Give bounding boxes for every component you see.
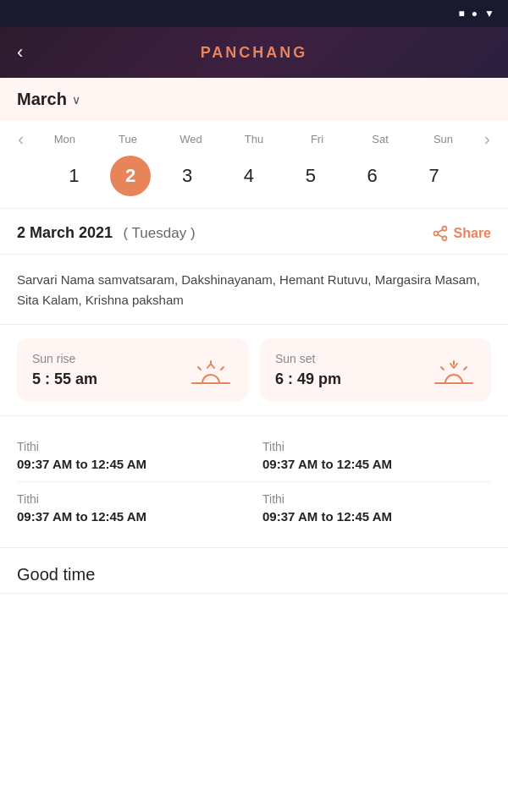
sunset-icon bbox=[432, 353, 476, 388]
date-full-label: 2 March 2021 bbox=[17, 224, 113, 241]
date-cell-7[interactable]: 7 bbox=[409, 156, 460, 196]
date-info-header: 2 March 2021 ( Tuesday ) Share bbox=[0, 209, 508, 255]
back-button[interactable]: ‹ bbox=[17, 41, 23, 63]
date-day-label: ( Tuesday ) bbox=[124, 225, 196, 241]
sunset-time: 6 : 49 pm bbox=[275, 370, 341, 388]
sunrise-label: Sun rise bbox=[32, 352, 97, 365]
svg-line-11 bbox=[441, 367, 444, 370]
description-text: Sarvari Nama samvatsaram, Dakshinayanam,… bbox=[17, 270, 491, 310]
date-cell-6[interactable]: 6 bbox=[347, 156, 398, 196]
month-chevron-down-icon: ∨ bbox=[72, 93, 80, 107]
month-selector[interactable]: March ∨ bbox=[0, 78, 508, 121]
weekday-sat: Sat bbox=[355, 133, 406, 145]
tithi-time-2-2: 09:37 AM to 12:45 AM bbox=[262, 509, 491, 524]
svg-line-3 bbox=[438, 234, 443, 237]
weekday-mon: Mon bbox=[39, 133, 90, 145]
svg-line-4 bbox=[438, 229, 443, 232]
circle-icon: ● bbox=[472, 8, 478, 19]
sunset-card: Sun set 6 : 49 pm bbox=[260, 338, 491, 402]
calendar-prev-arrow[interactable]: ‹ bbox=[14, 129, 27, 149]
date-cell-5[interactable]: 5 bbox=[285, 156, 336, 196]
tithi-time-1-1: 09:37 AM to 12:45 AM bbox=[17, 457, 246, 471]
tithi-time-2-1: 09:37 AM to 12:45 AM bbox=[17, 509, 246, 524]
calendar-week: ‹ Mon Tue Wed Thu Fri Sat Sun › 1 2 3 4 … bbox=[0, 121, 508, 209]
triangle-icon: ▼ bbox=[484, 8, 494, 19]
share-icon bbox=[432, 225, 449, 242]
sunrise-card: Sun rise 5 : 55 am bbox=[17, 338, 248, 402]
share-label: Share bbox=[454, 226, 491, 241]
sunrise-time: 5 : 55 am bbox=[32, 370, 97, 388]
good-time-section: Good time bbox=[0, 548, 508, 593]
date-cell-2[interactable]: 2 bbox=[110, 156, 151, 196]
tithi-label-1-2: Tithi bbox=[262, 440, 491, 453]
weekday-wed: Wed bbox=[165, 133, 216, 145]
tithi-row-2: Tithi 09:37 AM to 12:45 AM Tithi 09:37 A… bbox=[17, 482, 491, 534]
status-bar: ■ ● ▼ bbox=[0, 0, 508, 27]
square-icon: ■ bbox=[459, 8, 465, 19]
header: ‹ PANCHANG bbox=[0, 27, 508, 78]
weekday-thu: Thu bbox=[229, 133, 279, 145]
svg-line-7 bbox=[198, 367, 201, 370]
description-section: Sarvari Nama samvatsaram, Dakshinayanam,… bbox=[0, 255, 508, 325]
sunrise-icon bbox=[189, 353, 233, 388]
tithi-col-1-1: Tithi 09:37 AM to 12:45 AM bbox=[17, 430, 262, 481]
date-full-text: 2 March 2021 ( Tuesday ) bbox=[17, 224, 196, 242]
tithi-label-2-2: Tithi bbox=[262, 492, 491, 506]
share-button[interactable]: Share bbox=[432, 225, 491, 242]
date-cell-4[interactable]: 4 bbox=[224, 156, 274, 196]
svg-line-12 bbox=[464, 367, 467, 370]
tithi-col-2-1: Tithi 09:37 AM to 12:45 AM bbox=[17, 482, 262, 534]
date-cell-3[interactable]: 3 bbox=[162, 156, 213, 196]
month-label: March bbox=[17, 90, 67, 109]
weekday-tue: Tue bbox=[102, 133, 153, 145]
tithi-section: Tithi 09:37 AM to 12:45 AM Tithi 09:37 A… bbox=[0, 416, 508, 548]
tithi-row-1: Tithi 09:37 AM to 12:45 AM Tithi 09:37 A… bbox=[17, 430, 491, 482]
calendar-next-arrow[interactable]: › bbox=[481, 129, 494, 149]
tithi-label-2-1: Tithi bbox=[17, 492, 246, 506]
date-cell-1[interactable]: 1 bbox=[48, 156, 99, 196]
tithi-label-1-1: Tithi bbox=[17, 440, 246, 453]
weekday-sun: Sun bbox=[418, 133, 469, 145]
tithi-time-1-2: 09:37 AM to 12:45 AM bbox=[262, 457, 491, 471]
svg-line-8 bbox=[221, 367, 224, 370]
tithi-col-1-2: Tithi 09:37 AM to 12:45 AM bbox=[262, 430, 491, 481]
tithi-col-2-2: Tithi 09:37 AM to 12:45 AM bbox=[262, 482, 491, 534]
sunset-label: Sun set bbox=[275, 352, 341, 365]
good-time-title: Good time bbox=[17, 565, 491, 584]
page-title: PANCHANG bbox=[201, 44, 308, 62]
weekday-fri: Fri bbox=[292, 133, 343, 145]
sun-cards-section: Sun rise 5 : 55 am Sun set 6 : 49 pm bbox=[0, 325, 508, 416]
